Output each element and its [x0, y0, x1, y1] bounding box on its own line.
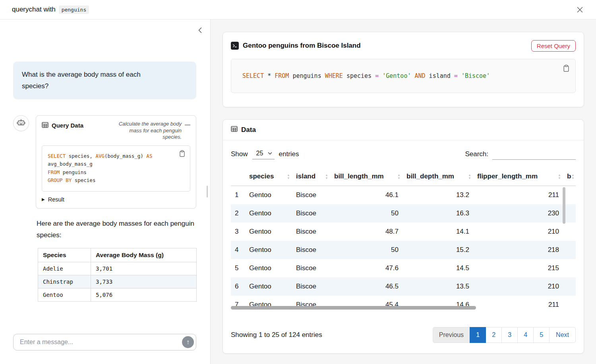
data-card: Data Show 25 entries Sear [223, 119, 584, 354]
entries-label: entries [279, 150, 299, 158]
query-title: Gentoo penguins from Biscoe Island [243, 42, 361, 50]
caret-right-icon: ▶ [42, 197, 45, 201]
pagination-page-5[interactable]: 5 [533, 327, 550, 343]
sort-icon: ▲▼ [397, 174, 401, 180]
table-row[interactable]: 4GentooBiscoe5015.2218 [231, 241, 576, 259]
table-row[interactable]: 2GentooBiscoe5016.3230 [231, 204, 576, 223]
table-icon [42, 122, 48, 130]
sql-code-block: SELECT species, AVG(body_mass_g) ASavg_b… [42, 145, 190, 192]
tool-card-header: Query Data Calculate the average body ma… [36, 116, 196, 144]
data-card-header: Data [223, 120, 584, 140]
user-message: What is the average body mass of each sp… [13, 62, 196, 99]
user-message-text: What is the average body mass of each sp… [22, 69, 162, 92]
current-sql-box: SELECT * FROM penguins WHERE species = '… [231, 59, 576, 93]
column-header-flipper_length_mm[interactable]: flipper_length_mm▲▼ [473, 169, 563, 186]
app-title: querychat with penguins [12, 6, 89, 14]
assistant-message: Here are the average body masses for eac… [37, 218, 195, 241]
horizontal-scrollbar[interactable] [231, 306, 476, 310]
result-label: Result [48, 196, 64, 203]
row-index: 6 [231, 277, 245, 296]
copy-icon[interactable] [562, 64, 570, 74]
pagination-next[interactable]: Next [549, 327, 576, 343]
table-info: Showing 1 to 25 of 124 entries [231, 331, 322, 339]
table-row[interactable]: 6GentooBiscoe46.513.5210 [231, 277, 576, 296]
table-footer: Showing 1 to 25 of 124 entries Previous1… [231, 327, 576, 343]
sort-icon: ▲▼ [287, 174, 290, 180]
query-card: Gentoo penguins from Biscoe Island Reset… [223, 32, 584, 107]
page-length-control: Show 25 entries [231, 149, 299, 159]
column-header-island[interactable]: island▲▼ [292, 169, 330, 186]
tool-title: Query Data [52, 122, 83, 129]
up-arrow-icon: ↑ [186, 339, 190, 346]
sidebar-collapse-icon[interactable] [196, 25, 204, 36]
robot-icon [16, 118, 26, 128]
sort-icon: ▲▼ [571, 174, 575, 180]
sidebar-resize-handle[interactable] [207, 186, 208, 197]
collapse-tool-icon[interactable]: — [185, 121, 190, 128]
column-header-b[interactable]: b▲▼ [563, 169, 576, 186]
page-length-select[interactable]: 25 [252, 149, 275, 159]
chat-input[interactable] [13, 334, 196, 350]
summary-row: Gentoo5,076 [38, 288, 197, 301]
app-header: querychat with penguins [0, 0, 596, 19]
vertical-scrollbar[interactable] [563, 187, 565, 224]
chat-sidebar: What is the average body mass of each sp… [0, 19, 211, 364]
row-index: 4 [231, 241, 245, 259]
table-search-input[interactable] [492, 149, 576, 160]
row-index: 5 [231, 259, 245, 277]
page-length-select-wrap: 25 [252, 149, 275, 159]
summary-table: SpeciesAverage Body Mass (g) Adelie3,701… [38, 248, 197, 302]
table-icon [231, 126, 238, 134]
table-row[interactable]: 1GentooBiscoe46.113.2211 [231, 186, 576, 205]
column-header-bill_depth_mm[interactable]: bill_depth_mm▲▼ [402, 169, 473, 186]
assistant-avatar [13, 115, 29, 131]
copy-icon[interactable] [178, 149, 186, 159]
reset-query-button[interactable]: Reset Query [531, 40, 576, 52]
main-content: Gentoo penguins from Biscoe Island Reset… [211, 19, 596, 364]
pagination: Previous12345Next [433, 327, 576, 343]
pagination-page-1[interactable]: 1 [470, 327, 486, 343]
search-label: Search: [465, 150, 488, 158]
pagination-previous[interactable]: Previous [433, 327, 470, 343]
current-sql-text: SELECT * FROM penguins WHERE species = '… [242, 72, 490, 79]
data-card-title: Data [241, 126, 256, 134]
table-controls: Show 25 entries Search: [223, 140, 584, 160]
tool-call-card: Query Data Calculate the average body ma… [36, 115, 196, 209]
app-title-text: querychat with [12, 6, 56, 14]
data-table-header-row: species▲▼island▲▼bill_length_mm▲▼bill_de… [231, 169, 576, 186]
table-row[interactable]: 3GentooBiscoe48.714.1210 [231, 223, 576, 241]
tool-sql-code: SELECT species, AVG(body_mass_g) ASavg_b… [48, 152, 184, 185]
data-table-viewport: species▲▼island▲▼bill_length_mm▲▼bill_de… [231, 169, 576, 310]
terminal-icon [231, 42, 239, 50]
pagination-page-3[interactable]: 3 [501, 327, 518, 343]
table-row[interactable]: 5GentooBiscoe47.614.5215 [231, 259, 576, 277]
pagination-page-4[interactable]: 4 [517, 327, 534, 343]
row-index: 2 [231, 204, 245, 223]
data-table: species▲▼island▲▼bill_length_mm▲▼bill_de… [231, 169, 576, 310]
show-label: Show [231, 150, 248, 158]
dataset-chip: penguins [59, 6, 89, 14]
summary-table-header: SpeciesAverage Body Mass (g) [38, 248, 197, 262]
summary-row: Chinstrap3,733 [38, 275, 197, 288]
summary-col-header: Species [38, 248, 91, 262]
row-index-header[interactable] [231, 169, 245, 186]
summary-col-header: Average Body Mass (g) [91, 248, 197, 262]
column-header-bill_length_mm[interactable]: bill_length_mm▲▼ [330, 169, 402, 186]
send-button[interactable]: ↑ [182, 336, 194, 348]
query-card-header: Gentoo penguins from Biscoe Island Reset… [231, 38, 576, 54]
pagination-page-2[interactable]: 2 [486, 327, 502, 343]
row-index: 3 [231, 223, 245, 241]
search-control: Search: [465, 149, 576, 160]
close-icon[interactable] [575, 5, 585, 15]
chat-history: What is the average body mass of each sp… [0, 19, 210, 334]
tool-note: Calculate the average body mass for each… [113, 121, 182, 141]
result-toggle[interactable]: ▶ Result [36, 192, 70, 208]
main-layout: What is the average body mass of each sp… [0, 19, 596, 364]
assistant-turn: Query Data Calculate the average body ma… [13, 115, 196, 209]
chat-input-row: ↑ [0, 334, 210, 364]
sort-icon: ▲▼ [468, 174, 471, 180]
app-window: querychat with penguins What is the aver… [0, 0, 596, 364]
column-header-species[interactable]: species▲▼ [245, 169, 292, 186]
row-index: 1 [231, 186, 245, 205]
sort-icon: ▲▼ [325, 174, 328, 180]
